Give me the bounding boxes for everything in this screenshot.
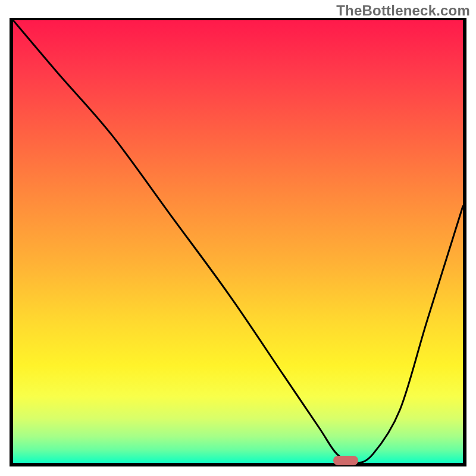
chart-canvas: TheBottleneck.com bbox=[0, 0, 476, 476]
bottleneck-curve bbox=[13, 20, 463, 463]
plot-frame bbox=[10, 18, 466, 466]
watermark-text: TheBottleneck.com bbox=[336, 2, 470, 19]
optimal-marker bbox=[333, 456, 358, 465]
plot-area bbox=[13, 20, 463, 463]
